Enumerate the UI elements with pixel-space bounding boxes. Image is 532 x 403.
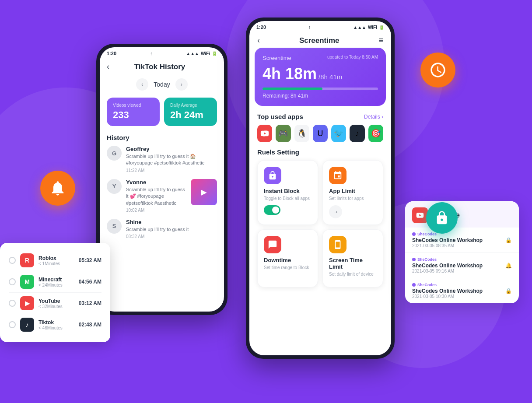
status-bar-2: 1:20 ↑ ▲▲▲ WiFi 🔋 bbox=[249, 21, 391, 32]
history-name-2: Shine bbox=[126, 219, 217, 225]
rule-card-screen-time: Screen Time Limit Set daily limit of dev… bbox=[322, 229, 383, 287]
minecraft-icon: M bbox=[20, 275, 34, 289]
app-icons-row: 🎮 🐧 U 🐦 ♪ 🎯 bbox=[257, 125, 383, 142]
history-item-0: G Geoffrey Scramble up I'll try to guess… bbox=[107, 146, 217, 173]
back-button-1[interactable]: ‹ bbox=[107, 62, 109, 71]
lock-icon bbox=[426, 202, 458, 234]
instant-block-toggle[interactable] bbox=[264, 205, 280, 215]
clock-icon bbox=[420, 53, 455, 88]
yt-logo bbox=[412, 207, 428, 223]
history-text-1: Scramble up I'll try to guess it 💕 #fory… bbox=[126, 186, 186, 207]
menu-icon[interactable]: ≡ bbox=[378, 36, 383, 45]
app-sub: < 1Minutes bbox=[38, 261, 74, 266]
stat-average: Daily Average 2h 24m bbox=[164, 98, 217, 126]
history-text-0: Scramble up I'll try to guess it 🏠#foryo… bbox=[126, 153, 217, 167]
rules-title: Ruels Setting bbox=[257, 148, 383, 156]
yt-item-icon-1: 🔔 bbox=[505, 263, 512, 269]
stat-avg-label: Daily Average bbox=[170, 103, 211, 108]
history-name-1: Yvonne bbox=[126, 179, 186, 186]
app-time: 04:56 AM bbox=[79, 279, 102, 285]
banner-time-main: 4h 18m bbox=[262, 65, 317, 83]
rule-desc-instant: Toggle to Block all apps bbox=[264, 196, 312, 202]
screentime-title: Screentime bbox=[299, 36, 340, 45]
radio-roblox[interactable] bbox=[9, 257, 16, 264]
history-content-1: Yvonne Scramble up I'll try to guess it … bbox=[126, 179, 186, 213]
rule-name-screen: Screen Time Limit bbox=[329, 257, 377, 270]
phone1-screen: 1:20 ↑ ▲▲▲ WiFi 🔋 ‹ TikTok History ‹ Tod… bbox=[100, 47, 224, 312]
app-list-item: ♪ Tiktok < 46Minutes 02:48 AM bbox=[9, 314, 102, 335]
yt-item-0: SheCodes SheCodes Online Workshop 2021-0… bbox=[405, 228, 519, 253]
avatar-geoffrey: G bbox=[107, 146, 122, 161]
app-icon-penguin: 🐧 bbox=[294, 125, 309, 142]
stat-videos: Videos viewed 233 bbox=[107, 98, 160, 126]
yt-item-2: SheCodes SheCodes Online Workshop 2021-0… bbox=[405, 278, 519, 303]
roblox-icon: R bbox=[20, 253, 34, 267]
page-title-1: TikTok History bbox=[113, 63, 206, 71]
app-limit-arrow[interactable]: → bbox=[329, 205, 342, 218]
status-arrow-1: ↑ bbox=[150, 51, 153, 56]
history-title: History bbox=[107, 134, 217, 141]
rule-card-downtime: Downtime Set time range to Block bbox=[257, 229, 318, 287]
yt-item-time-1: 2021-03-05 09:16 AM bbox=[412, 269, 502, 273]
radio-youtube[interactable] bbox=[9, 300, 16, 307]
app-icon-tiktok: ♪ bbox=[350, 125, 364, 142]
history-text-2: Scramble up I'll try to guess it bbox=[126, 226, 217, 233]
tiktok-icon-sm: ♪ bbox=[20, 318, 34, 332]
history-time-0: 11:22 AM bbox=[126, 168, 217, 173]
tiktok-header: ‹ TikTok History bbox=[100, 58, 224, 76]
history-thumb-1: ▶ bbox=[191, 179, 217, 205]
app-icon-yt bbox=[257, 125, 272, 142]
date-next[interactable]: › bbox=[175, 78, 188, 91]
rule-card-instant-block: Instant Block Toggle to Block all apps bbox=[257, 160, 318, 225]
rule-name-instant: Instant Block bbox=[264, 188, 312, 194]
rule-desc-screen: Set daily limit of device bbox=[329, 271, 377, 277]
app-list-card: R Roblox < 1Minutes 05:32 AM M Minecraft… bbox=[0, 243, 110, 342]
yt-header: Youtube bbox=[405, 201, 519, 228]
banner-remaining: Remaining: 8h 41m bbox=[262, 93, 378, 99]
yt-item-title-2: SheCodes Online Workshop bbox=[412, 288, 502, 294]
youtube-icon-sm: ▶ bbox=[20, 296, 34, 310]
date-prev[interactable]: ‹ bbox=[136, 78, 148, 91]
app-sub: < 32Minutes bbox=[38, 304, 74, 309]
yt-item-icon-0: 🔒 bbox=[505, 237, 512, 243]
status-arrow-2: ↑ bbox=[308, 25, 311, 30]
radio-minecraft[interactable] bbox=[9, 278, 16, 285]
status-time-1: 1:20 bbox=[107, 51, 116, 56]
history-item-2: S Shine Scramble up I'll try to guess it… bbox=[107, 219, 217, 239]
history-name-0: Geoffrey bbox=[126, 146, 217, 152]
banner-time-sub: /8h 41m bbox=[318, 73, 342, 81]
banner-label: Screentime bbox=[262, 55, 291, 61]
history-time-1: 10:02 AM bbox=[126, 208, 186, 213]
radio-tiktok[interactable] bbox=[9, 321, 16, 328]
app-name: Tiktok bbox=[38, 319, 74, 326]
phone2-screen: 1:20 ↑ ▲▲▲ WiFi 🔋 ‹ Screentime ≡ Screent… bbox=[249, 21, 391, 355]
date-current: Today bbox=[154, 81, 170, 88]
history-content-2: Shine Scramble up I'll try to guess it 0… bbox=[126, 219, 217, 239]
phone1: 1:20 ↑ ▲▲▲ WiFi 🔋 ‹ TikTok History ‹ Tod… bbox=[96, 44, 228, 315]
section-header-apps: Top used apps Details › bbox=[257, 113, 383, 120]
app-icon-bird: 🐦 bbox=[331, 125, 346, 142]
youtube-card: Youtube SheCodes SheCodes Online Worksho… bbox=[405, 201, 519, 303]
date-nav: ‹ Today › bbox=[100, 76, 224, 93]
rule-desc-downtime: Set time range to Block bbox=[264, 265, 312, 271]
stat-videos-label: Videos viewed bbox=[113, 103, 154, 108]
details-link[interactable]: Details › bbox=[364, 114, 383, 120]
rule-desc-limit: Set limits for apps bbox=[329, 196, 377, 202]
yt-item-time-2: 2021-03-05 10:30 AM bbox=[412, 294, 502, 299]
app-limit-icon bbox=[329, 167, 346, 184]
back-button-2[interactable]: ‹ bbox=[257, 36, 260, 45]
history-section: History G Geoffrey Scramble up I'll try … bbox=[100, 130, 224, 247]
instant-block-icon bbox=[264, 167, 281, 184]
yt-item-time-0: 2021-03-05 08:35 AM bbox=[412, 243, 502, 248]
screentime-banner: Screentime updated to Today 8:50 AM 4h 1… bbox=[255, 48, 386, 106]
shecodes-badge-0: SheCodes bbox=[412, 232, 502, 236]
stats-row: Videos viewed 233 Daily Average 2h 24m bbox=[100, 93, 224, 130]
status-icons-1: ▲▲▲ WiFi 🔋 bbox=[186, 51, 217, 56]
rule-name-downtime: Downtime bbox=[264, 257, 312, 263]
app-time: 03:12 AM bbox=[79, 300, 102, 306]
rules-section: Ruels Setting Instant Block Toggle to Bl… bbox=[249, 147, 391, 289]
yt-item-1: SheCodes SheCodes Online Workshop 2021-0… bbox=[405, 253, 519, 278]
history-time-2: 08:32 AM bbox=[126, 234, 217, 239]
yt-item-title-0: SheCodes Online Workshop bbox=[412, 237, 502, 243]
avatar-yvonne: Y bbox=[107, 179, 122, 194]
